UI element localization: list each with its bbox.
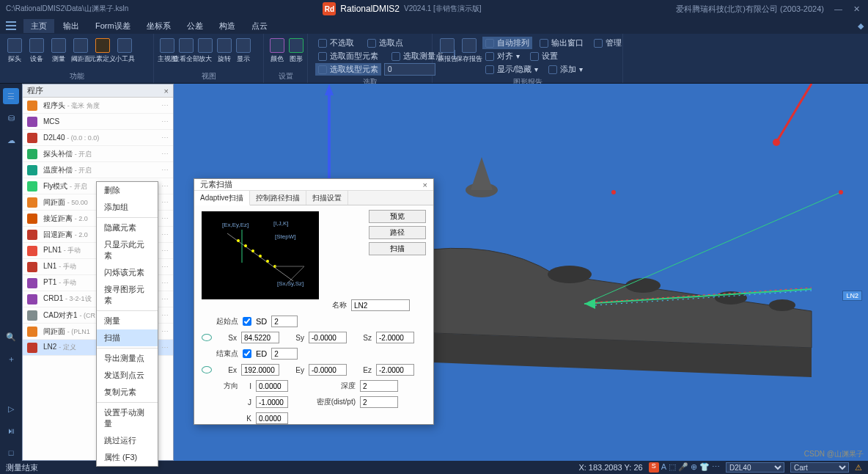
- status-crd-select[interactable]: Cart: [790, 462, 849, 473]
- menu-output[interactable]: 输出: [56, 19, 87, 33]
- start-eye-icon[interactable]: [202, 334, 212, 341]
- ctx-删除[interactable]: 删除: [97, 182, 158, 199]
- menu-bar: 主页 输出 Form误差 坐标系 公差 构造 点云 ◆: [0, 18, 868, 34]
- menu-construct[interactable]: 构造: [212, 19, 243, 33]
- ctx-设置手动测量[interactable]: 设置手动测量: [97, 404, 158, 432]
- sidebar-add-icon[interactable]: ＋: [3, 351, 19, 367]
- end-eye-icon[interactable]: [202, 366, 212, 373]
- tab-control-path[interactable]: 控制路径扫描: [250, 191, 306, 205]
- path-button[interactable]: 路径: [369, 226, 426, 239]
- k-input[interactable]: [256, 412, 288, 424]
- rib-device[interactable]: 设备: [26, 37, 47, 65]
- app-logo-icon: Rd: [323, 2, 336, 15]
- tab-adaptive[interactable]: Adaptive扫描: [194, 191, 250, 205]
- dialog-close-icon[interactable]: ×: [423, 181, 427, 189]
- sd-checkbox[interactable]: [243, 317, 251, 326]
- ctx-测量[interactable]: 测量: [97, 313, 158, 329]
- ctx-跳过运行[interactable]: 跳过运行: [97, 432, 158, 449]
- status-probe-select[interactable]: D2L40: [726, 462, 784, 473]
- rep-outwin[interactable]: 输出窗口: [537, 37, 586, 49]
- rep-align[interactable]: 对齐▾: [482, 50, 523, 62]
- sidebar-search-icon[interactable]: 🔍: [3, 329, 19, 345]
- ctx-扫描[interactable]: 扫描: [97, 329, 158, 346]
- ctx-属性 (F3)[interactable]: 属性 (F3): [97, 449, 158, 466]
- viewport-element-tag[interactable]: LN2: [842, 291, 862, 301]
- menu-home[interactable]: 主页: [23, 19, 54, 33]
- ctx-隐藏元素[interactable]: 隐藏元素: [97, 219, 158, 236]
- ctx-发送到点云[interactable]: 发送到点云: [97, 367, 158, 384]
- sz-input[interactable]: [376, 332, 414, 343]
- sd-input[interactable]: [271, 316, 298, 327]
- ctx-闪烁该元素[interactable]: 闪烁该元素: [97, 264, 158, 281]
- sidebar-list-icon[interactable]: ☰: [3, 88, 19, 104]
- sidebar-stop-icon[interactable]: □: [3, 445, 19, 461]
- rib-zoom[interactable]: 放大: [196, 37, 214, 65]
- menu-tol[interactable]: 公差: [180, 19, 210, 33]
- program-item-2[interactable]: D2L40 - (0.0 : 0.0)⋯: [23, 130, 173, 146]
- program-item-0[interactable]: 程序头 - 毫米 角度⋯: [23, 98, 173, 114]
- rib-element-def[interactable]: 元素定义: [92, 37, 113, 65]
- program-item-1[interactable]: MCS ⋯: [23, 114, 173, 130]
- rib-newreport[interactable]: 新报告: [437, 37, 457, 65]
- name-input[interactable]: [351, 299, 410, 311]
- ctx-导出测量点[interactable]: 导出测量点: [97, 350, 158, 367]
- program-item-4[interactable]: 温度补偿 - 开启⋯: [23, 162, 173, 178]
- depth-input[interactable]: [360, 380, 398, 392]
- program-panel-close[interactable]: ×: [164, 87, 169, 95]
- density-input[interactable]: [360, 396, 398, 408]
- rib-shape[interactable]: 图形: [287, 37, 305, 65]
- rep-showhide[interactable]: 显示/隐藏▾: [482, 63, 541, 76]
- svg-point-21: [244, 244, 247, 247]
- preview-button[interactable]: 预览: [369, 210, 426, 223]
- menu-pointcloud[interactable]: 点云: [244, 19, 275, 33]
- rib-display[interactable]: 显示: [235, 37, 252, 65]
- rib-measure[interactable]: 测量: [48, 37, 69, 65]
- rib-color[interactable]: 颜色: [268, 37, 286, 65]
- menu-crd[interactable]: 坐标系: [139, 19, 178, 33]
- sidebar-play-icon[interactable]: ▷: [3, 401, 19, 417]
- rib-viewall[interactable]: 查看全部: [177, 37, 195, 65]
- scan-button[interactable]: 扫描: [369, 242, 426, 255]
- sidebar-step-icon[interactable]: ⏯: [3, 423, 19, 439]
- ez-input[interactable]: [376, 364, 414, 376]
- ctx-只显示此元素[interactable]: 只显示此元素: [97, 236, 158, 264]
- ctx-复制元素[interactable]: 复制元素: [97, 384, 158, 401]
- close-button[interactable]: ✕: [853, 4, 862, 13]
- rep-autoarrange[interactable]: 自动排列: [482, 37, 532, 49]
- hamburger-icon[interactable]: [6, 21, 16, 30]
- rib-threshold[interactable]: 阈距面: [70, 37, 91, 65]
- rib-savereport[interactable]: 保存报告: [459, 37, 479, 65]
- sel-surface[interactable]: 选取面型元素: [315, 50, 381, 62]
- ribbon-group-view: 视图: [158, 71, 259, 83]
- rep-settings[interactable]: 设置: [527, 50, 561, 62]
- minimize-button[interactable]: —: [834, 4, 843, 13]
- sidebar-tree-icon[interactable]: ⛁: [3, 110, 19, 126]
- ctx-添加组[interactable]: 添加组: [97, 199, 158, 216]
- sel-none[interactable]: 不选取: [315, 37, 357, 49]
- rib-rotate[interactable]: 旋转: [216, 37, 233, 65]
- sel-point[interactable]: 选取点: [364, 37, 406, 49]
- j-input[interactable]: [256, 396, 288, 408]
- rep-add[interactable]: 添加▾: [545, 63, 586, 76]
- status-toolbar-icons[interactable]: S A⬚🎤⊕👕⋯: [649, 462, 720, 473]
- rib-probe[interactable]: 探头: [4, 37, 25, 65]
- sel-combo[interactable]: [384, 63, 435, 76]
- rib-tools[interactable]: 小工具: [114, 37, 135, 65]
- sel-line[interactable]: 选取线型元素: [315, 63, 381, 76]
- program-item-3[interactable]: 探头补偿 - 开启⋯: [23, 146, 173, 162]
- help-icon[interactable]: ◆: [858, 21, 864, 31]
- ey-input[interactable]: [309, 364, 347, 376]
- i-input[interactable]: [256, 380, 288, 392]
- ed-input[interactable]: [271, 348, 298, 360]
- menu-form[interactable]: Form误差: [88, 19, 138, 33]
- tab-scan-settings[interactable]: 扫描设置: [306, 191, 348, 205]
- ex-input[interactable]: [241, 364, 279, 376]
- ctx-搜寻图形元素[interactable]: 搜寻图形元素: [97, 281, 158, 309]
- warning-icon[interactable]: ⚠: [855, 463, 862, 473]
- sx-input[interactable]: [241, 332, 279, 343]
- sidebar-cloud-icon[interactable]: ☁: [3, 132, 19, 148]
- ed-checkbox[interactable]: [243, 349, 251, 358]
- sy-input[interactable]: [309, 332, 347, 343]
- svg-point-5: [548, 266, 592, 283]
- rep-manage[interactable]: 管理: [591, 37, 625, 49]
